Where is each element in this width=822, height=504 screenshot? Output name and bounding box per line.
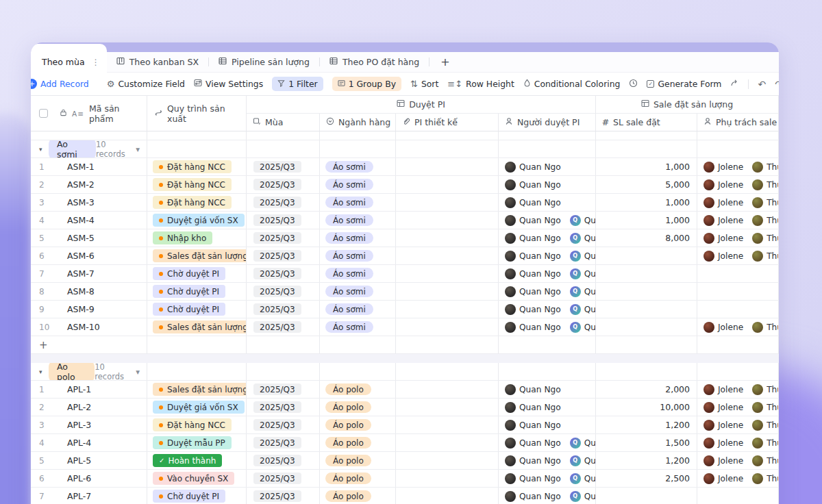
status-cell[interactable]: Vào chuyền SX xyxy=(147,470,247,487)
sales-owner-chip[interactable]: Jolene xyxy=(703,455,743,466)
attachment-cell[interactable] xyxy=(396,399,499,416)
attachment-cell[interactable] xyxy=(396,452,499,469)
season-pill[interactable]: 2025/Q3 xyxy=(253,268,301,279)
record-cell[interactable]: 6APL-6 xyxy=(31,470,147,487)
season-pill[interactable]: 2025/Q3 xyxy=(253,490,301,502)
attachment-cell[interactable] xyxy=(396,194,499,211)
add-record-row-cell[interactable]: + xyxy=(31,336,147,353)
category-pill[interactable]: Áo sơmi xyxy=(325,179,373,190)
empty-cell[interactable] xyxy=(147,336,247,353)
status-cell[interactable]: Chờ duyệt PI xyxy=(147,301,247,318)
empty-cell[interactable] xyxy=(596,363,697,380)
sales-owner-chip[interactable]: Thu N xyxy=(752,162,779,173)
status-cell[interactable]: Đặt hàng NCC xyxy=(147,416,247,433)
sales-owner-chip[interactable]: Thu N xyxy=(752,384,779,395)
season-cell[interactable]: 2025/Q3 xyxy=(247,470,320,487)
approvers-cell[interactable]: Quan Ngo xyxy=(499,194,596,211)
approvers-cell[interactable]: Quan NgoQQuỳ... xyxy=(499,434,596,451)
status-pill[interactable]: Chờ duyệt PI xyxy=(153,303,225,316)
approver-chip[interactable]: QQuỳ... xyxy=(570,268,596,279)
sales-owner-chip[interactable]: Jolene xyxy=(703,402,743,413)
category-pill[interactable]: Áo polo xyxy=(325,455,371,466)
empty-cell[interactable] xyxy=(697,363,779,380)
empty-cell[interactable] xyxy=(596,131,697,140)
sales-owner-chip[interactable]: Jolene xyxy=(703,473,743,484)
empty-cell[interactable] xyxy=(499,336,596,353)
sales-owner-chip[interactable]: Jolene xyxy=(703,179,743,190)
season-pill[interactable]: 2025/Q3 xyxy=(253,161,301,173)
status-pill[interactable]: Đặt hàng NCC xyxy=(153,160,232,173)
quantity-cell[interactable] xyxy=(596,283,697,300)
category-pill[interactable]: Áo sơmi xyxy=(325,321,373,333)
sales-owner-chip[interactable]: Jolene xyxy=(703,322,743,333)
category-pill[interactable]: Áo sơmi xyxy=(325,197,373,208)
category-cell[interactable]: Áo sơmi xyxy=(320,265,396,282)
sales-owner-chip[interactable]: Jolene xyxy=(703,215,743,226)
sales-owner-cell[interactable]: JoleneThu N xyxy=(697,470,779,487)
status-pill[interactable]: Sales đặt sản lượng xyxy=(153,249,247,262)
sales-owner-chip[interactable]: Thu N xyxy=(752,402,779,413)
sales-owner-chip[interactable]: Thu N xyxy=(752,215,779,226)
sales-owner-cell[interactable]: JoleneThu N xyxy=(697,158,779,175)
add-view-button[interactable]: + xyxy=(429,55,460,68)
approver-chip[interactable]: QQuỳ... xyxy=(570,304,596,315)
empty-cell[interactable] xyxy=(320,140,396,158)
status-pill[interactable]: Đặt hàng NCC xyxy=(153,196,232,209)
season-pill[interactable]: 2025/Q3 xyxy=(253,473,301,484)
category-pill[interactable]: Áo polo xyxy=(325,383,371,395)
status-pill[interactable]: Duyệt giá vốn SX xyxy=(153,214,245,227)
select-all-checkbox[interactable] xyxy=(39,109,48,118)
category-cell[interactable]: Áo sơmi xyxy=(320,229,396,247)
empty-cell[interactable] xyxy=(499,131,596,140)
status-cell[interactable]: Sales đặt sản lượng xyxy=(147,381,247,398)
approver-chip[interactable]: Quan Ngo xyxy=(505,162,561,173)
empty-cell[interactable] xyxy=(320,336,396,353)
quantity-cell[interactable]: 1,000 xyxy=(596,158,697,175)
quantity-cell[interactable]: 1,000 xyxy=(596,194,697,211)
sales-owner-cell[interactable] xyxy=(697,265,779,282)
approvers-cell[interactable]: Quan Ngo xyxy=(499,416,596,433)
approver-chip[interactable]: Quan Ngo xyxy=(505,491,561,502)
column-group-duyet-pi[interactable]: Duyệt PI xyxy=(247,96,596,114)
status-cell[interactable]: Chờ duyệt PI xyxy=(147,488,247,504)
approvers-cell[interactable]: Quan NgoQQuỳ... xyxy=(499,229,596,247)
record-cell[interactable]: 10ASM-10 xyxy=(31,318,147,336)
approver-chip[interactable]: QQuỳ... xyxy=(570,233,596,244)
record-cell[interactable]: 9ASM-9 xyxy=(31,301,147,318)
approver-chip[interactable]: Quan Ngo xyxy=(505,251,561,262)
attachment-cell[interactable] xyxy=(396,283,499,300)
sales-owner-chip[interactable]: Jolene xyxy=(703,197,743,208)
undo-icon[interactable]: ↶ xyxy=(758,79,766,89)
row-height-button[interactable]: ≡↕ Row Height xyxy=(447,79,514,89)
status-cell[interactable]: Chờ duyệt PI xyxy=(147,265,247,282)
season-pill[interactable]: 2025/Q3 xyxy=(253,286,301,297)
record-cell[interactable]: 3ASM-3 xyxy=(31,194,147,211)
history-icon[interactable] xyxy=(629,79,638,90)
category-cell[interactable]: Áo sơmi xyxy=(320,176,396,193)
sales-owner-chip[interactable]: Jolene xyxy=(703,233,743,244)
quantity-cell[interactable] xyxy=(596,247,697,264)
season-cell[interactable]: 2025/Q3 xyxy=(247,247,320,264)
approver-chip[interactable]: Quan Ngo xyxy=(505,304,561,315)
season-pill[interactable]: 2025/Q3 xyxy=(253,321,301,333)
sales-owner-chip[interactable]: Jolene xyxy=(703,420,743,431)
approver-chip[interactable]: Quan Ngo xyxy=(505,268,561,279)
status-pill[interactable]: Duyệt mẫu PP xyxy=(153,436,232,449)
add-record-row[interactable]: + xyxy=(31,336,779,354)
category-pill[interactable]: Áo sơmi xyxy=(325,214,373,226)
column-header-quy-trinh[interactable]: Quy trình sản xuất xyxy=(147,96,247,131)
column-header-phu-trach-sale[interactable]: Phụ trách sale xyxy=(697,114,779,131)
attachment-cell[interactable] xyxy=(396,229,499,247)
category-cell[interactable]: Áo sơmi xyxy=(320,318,396,336)
empty-cell[interactable] xyxy=(499,140,596,158)
category-cell[interactable]: Áo sơmi xyxy=(320,283,396,300)
status-cell[interactable]: Duyệt mẫu PP xyxy=(147,434,247,451)
approver-chip[interactable]: QQuỳ... xyxy=(570,286,596,297)
share-icon[interactable] xyxy=(730,79,739,89)
category-cell[interactable]: Áo sơmi xyxy=(320,301,396,318)
category-cell[interactable]: Áo sơmi xyxy=(320,194,396,211)
category-cell[interactable]: Áo sơmi xyxy=(320,158,396,175)
sales-owner-cell[interactable]: JoleneThu N xyxy=(697,176,779,193)
empty-cell[interactable] xyxy=(147,131,247,140)
sales-owner-chip[interactable]: Thu N xyxy=(752,438,779,449)
